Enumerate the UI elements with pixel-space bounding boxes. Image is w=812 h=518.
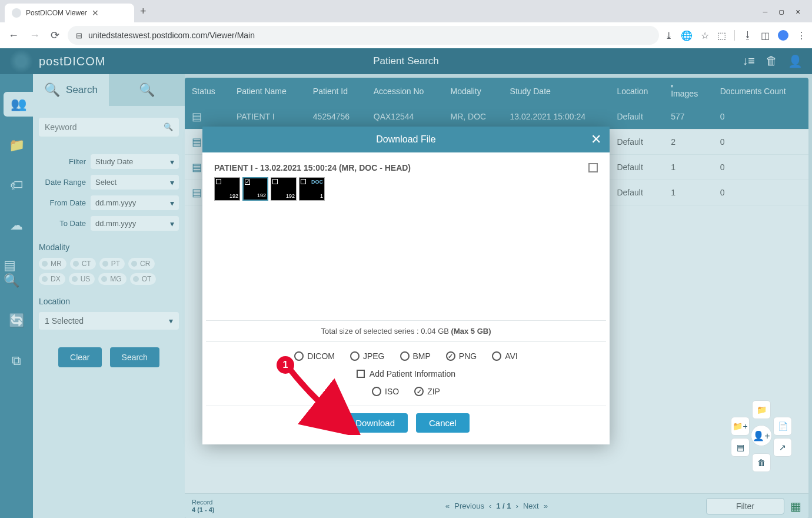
- column-header[interactable]: Documents Count: [713, 78, 808, 104]
- browser-tab[interactable]: PostDICOM Viewer ✕: [5, 4, 134, 22]
- column-header[interactable]: Study Date: [503, 78, 610, 104]
- wheel-center-icon[interactable]: 👤+: [751, 425, 772, 446]
- star-icon[interactable]: ☆: [701, 30, 709, 41]
- package-option-iso[interactable]: ISO: [372, 387, 399, 396]
- study-select-all-checkbox[interactable]: [588, 163, 598, 172]
- back-icon[interactable]: ←: [6, 27, 21, 44]
- advanced-search-tab[interactable]: 🔍: [109, 74, 185, 106]
- modality-chip-dx[interactable]: DX: [39, 273, 65, 285]
- results-footer: Record 4 (1 - 4) « Previous ‹ 1 / 1 › Ne…: [185, 493, 808, 518]
- modal-close-icon[interactable]: ✕: [591, 132, 601, 147]
- user-icon[interactable]: 👤: [788, 54, 803, 68]
- size-info: Total size of selected series : 0.04 GB …: [214, 327, 598, 336]
- wheel-add-folder-icon[interactable]: 📁+: [731, 417, 750, 436]
- next-page-button[interactable]: Next: [523, 502, 539, 510]
- modality-chip-pt[interactable]: PT: [99, 258, 125, 270]
- table-row[interactable]: ▤PATIENT I45254756QAX12544MR, DOC13.02.2…: [185, 104, 808, 130]
- site-info-icon[interactable]: ⊟: [76, 31, 82, 40]
- package-option-zip[interactable]: ZIP: [414, 387, 440, 396]
- format-option-dicom[interactable]: DICOM: [294, 351, 335, 361]
- column-header[interactable]: Modality: [444, 78, 503, 104]
- new-tab-button[interactable]: +: [134, 5, 152, 18]
- search-button[interactable]: Search: [110, 347, 159, 367]
- search-tab[interactable]: 🔍 Search: [33, 74, 109, 106]
- series-thumbnails: 192192192DOC1: [214, 177, 598, 201]
- wheel-delete-icon[interactable]: 🗑: [752, 453, 771, 472]
- series-thumb[interactable]: 192: [242, 177, 268, 201]
- column-header[interactable]: Status: [185, 78, 229, 104]
- tab-close-icon[interactable]: ✕: [92, 8, 99, 18]
- reload-icon[interactable]: ⟳: [48, 26, 62, 44]
- rail-folder-icon[interactable]: 📁: [5, 134, 28, 157]
- keyword-input[interactable]: [39, 118, 179, 137]
- next-chevron-icon[interactable]: ›: [516, 502, 518, 510]
- rail-upload-icon[interactable]: ☁: [6, 214, 26, 237]
- modality-section-label: Modality: [39, 243, 179, 252]
- prev-chevron-icon[interactable]: ‹: [489, 502, 491, 510]
- series-thumb[interactable]: 192: [271, 177, 297, 201]
- column-header[interactable]: Patient Id: [306, 78, 367, 104]
- clear-button[interactable]: Clear: [58, 347, 101, 367]
- prev-page-button[interactable]: Previous: [454, 502, 484, 510]
- add-patient-info-label: Add Patient Information: [370, 369, 455, 378]
- filter-select[interactable]: Study Date: [91, 154, 179, 169]
- modality-chip-mg[interactable]: MG: [98, 273, 126, 285]
- column-header[interactable]: ▾Images: [664, 78, 713, 104]
- todate-input[interactable]: dd.mm.yyyy: [91, 216, 179, 231]
- browser-chrome: PostDICOM Viewer ✕ + — ▢ ✕ ← → ⟳ ⊟ unite…: [0, 0, 812, 49]
- wheel-report-icon[interactable]: ▤: [731, 438, 750, 457]
- minimize-icon[interactable]: —: [763, 7, 768, 16]
- column-header[interactable]: Patient Name: [229, 78, 306, 104]
- modality-chip-cr[interactable]: CR: [128, 258, 155, 270]
- first-page-icon[interactable]: «: [445, 502, 450, 510]
- translate-icon[interactable]: 🌐: [681, 30, 693, 41]
- fromdate-label: From Date: [39, 198, 86, 207]
- last-page-icon[interactable]: »: [544, 502, 548, 510]
- series-thumb[interactable]: DOC1: [299, 177, 325, 201]
- download-indicator-icon[interactable]: ⤓: [665, 30, 673, 41]
- favicon-icon: [12, 8, 21, 18]
- rail-worklist-icon[interactable]: ▤🔍: [0, 254, 33, 292]
- series-thumb[interactable]: 192: [214, 177, 240, 201]
- page-indicator: 1 / 1: [496, 502, 511, 510]
- url-input[interactable]: ⊟ unitedstateswest.postdicom.com/Viewer/…: [68, 26, 659, 45]
- download-button[interactable]: Download: [342, 413, 408, 433]
- left-rail: 👥 📁 🏷 ☁ ▤🔍 🔄 ⧉: [0, 74, 33, 518]
- action-wheel: 📁 📄 ↗ 🗑 ▤ 📁+ 👤+: [726, 400, 797, 471]
- add-patient-info-checkbox[interactable]: [357, 370, 365, 378]
- fromdate-input[interactable]: dd.mm.yyyy: [91, 195, 179, 210]
- format-option-jpeg[interactable]: JPEG: [350, 351, 385, 361]
- downloads-icon[interactable]: ⭳: [743, 30, 753, 41]
- daterange-select[interactable]: Select: [91, 175, 179, 190]
- rail-screens-icon[interactable]: ⧉: [8, 350, 25, 372]
- modality-chip-mr[interactable]: MR: [39, 258, 66, 270]
- modality-chip-us[interactable]: US: [69, 273, 95, 285]
- rail-tags-icon[interactable]: 🏷: [6, 174, 26, 197]
- column-header[interactable]: Location: [610, 78, 664, 104]
- forward-icon[interactable]: →: [27, 27, 42, 44]
- modality-chip-ct[interactable]: CT: [70, 258, 96, 270]
- modality-chip-ot[interactable]: OT: [130, 273, 157, 285]
- column-header[interactable]: Accession No: [367, 78, 444, 104]
- wheel-share-icon[interactable]: ↗: [773, 438, 792, 457]
- format-option-png[interactable]: PNG: [446, 351, 477, 361]
- wheel-document-icon[interactable]: 📄: [773, 417, 792, 436]
- format-option-bmp[interactable]: BMP: [400, 351, 431, 361]
- wheel-folder-icon[interactable]: 📁: [752, 400, 771, 419]
- maximize-icon[interactable]: ▢: [779, 7, 784, 16]
- rail-patients-icon[interactable]: 👥: [4, 92, 33, 117]
- sidepanel-icon[interactable]: ◫: [761, 30, 770, 41]
- rail-sync-icon[interactable]: 🔄: [5, 310, 28, 332]
- format-option-avi[interactable]: AVI: [492, 351, 518, 361]
- trash-icon[interactable]: 🗑: [766, 54, 777, 68]
- location-select[interactable]: 1 Selected: [39, 312, 179, 330]
- filter-button[interactable]: Filter: [706, 498, 784, 514]
- profile-avatar-icon[interactable]: [778, 30, 788, 41]
- cancel-button[interactable]: Cancel: [416, 413, 470, 433]
- sort-settings-icon[interactable]: ↓≡: [742, 54, 755, 68]
- menu-icon[interactable]: ⋮: [797, 30, 806, 41]
- address-bar: ← → ⟳ ⊟ unitedstateswest.postdicom.com/V…: [0, 22, 812, 48]
- extensions-icon[interactable]: ⬚: [717, 30, 726, 41]
- close-icon[interactable]: ✕: [796, 7, 800, 16]
- export-excel-icon[interactable]: ▦: [790, 499, 801, 513]
